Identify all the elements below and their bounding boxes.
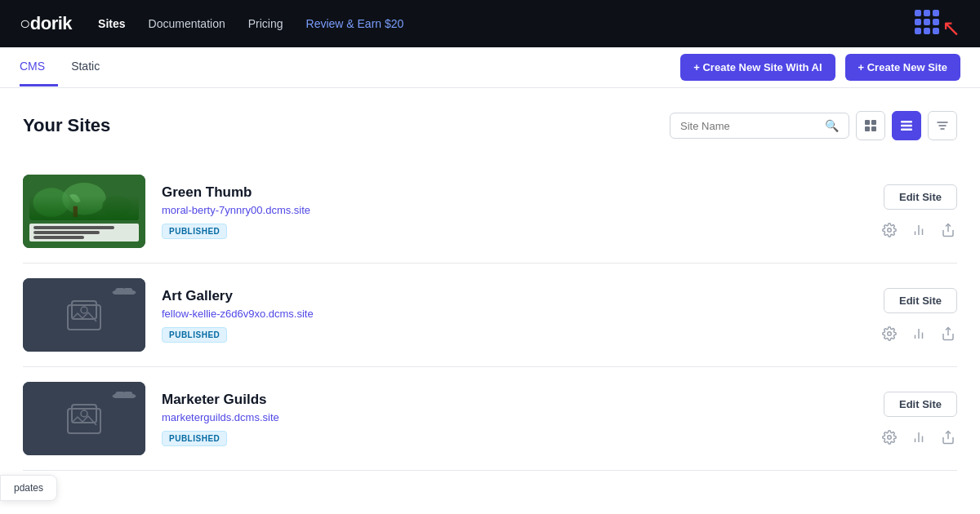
nav-links: Sites Documentation Pricing Review & Ear… bbox=[98, 17, 886, 30]
dot-8 bbox=[924, 28, 930, 34]
svg-rect-11 bbox=[74, 206, 78, 217]
nav-right: ↖ bbox=[912, 7, 960, 40]
edit-site-button[interactable]: Edit Site bbox=[884, 184, 957, 210]
search-and-controls: 🔍 bbox=[670, 111, 957, 140]
edit-site-button[interactable]: Edit Site bbox=[884, 392, 957, 417]
svg-point-10 bbox=[102, 195, 131, 217]
grid-icon-button[interactable] bbox=[912, 7, 942, 37]
nav-pricing[interactable]: Pricing bbox=[248, 17, 283, 30]
site-actions-art-gallery: Edit Site bbox=[880, 288, 957, 343]
cloud-icon-art bbox=[111, 288, 137, 295]
grid-view-icon bbox=[864, 119, 877, 132]
page-title: Your Sites bbox=[23, 115, 110, 136]
site-thumbnail-green-thumb bbox=[23, 175, 145, 248]
status-badge: PUBLISHED bbox=[162, 224, 227, 239]
share-icon[interactable] bbox=[939, 221, 957, 239]
navbar: ○dorik Sites Documentation Pricing Revie… bbox=[0, 0, 980, 47]
site-thumbnail-marketer-guilds bbox=[23, 382, 145, 455]
svg-rect-2 bbox=[865, 126, 870, 131]
grid-dots bbox=[915, 10, 939, 34]
site-url[interactable]: fellow-kellie-z6d6v9xo.dcms.site bbox=[162, 308, 864, 320]
table-row: Art Gallery fellow-kellie-z6d6v9xo.dcms.… bbox=[23, 264, 957, 367]
site-url[interactable]: moral-berty-7ynnry00.dcms.site bbox=[162, 204, 864, 216]
site-info-marketer-guilds: Marketer Guilds marketerguilds.dcms.site… bbox=[162, 392, 864, 446]
green-thumb-svg bbox=[29, 181, 139, 220]
share-icon[interactable] bbox=[939, 325, 957, 343]
grid-view-button[interactable] bbox=[856, 111, 885, 140]
tabs-bar: CMS Static + Create New Site With AI + C… bbox=[0, 47, 980, 88]
thumb-line-1 bbox=[33, 226, 114, 229]
site-icon-row bbox=[880, 221, 957, 239]
analytics-icon[interactable] bbox=[910, 325, 928, 343]
svg-point-23 bbox=[888, 331, 892, 335]
site-actions-green-thumb: Edit Site bbox=[880, 184, 957, 239]
nav-review-earn[interactable]: Review & Earn $20 bbox=[306, 17, 404, 30]
search-box[interactable]: 🔍 bbox=[670, 113, 849, 139]
main-content: Your Sites 🔍 bbox=[0, 88, 980, 514]
settings-icon[interactable] bbox=[880, 325, 898, 343]
thumb-line-3 bbox=[33, 236, 84, 239]
svg-rect-6 bbox=[901, 129, 912, 131]
svg-point-34 bbox=[888, 435, 892, 439]
thumb-dark-art bbox=[23, 278, 145, 352]
svg-point-9 bbox=[62, 183, 106, 215]
site-name: Green Thumb bbox=[162, 184, 864, 201]
svg-point-33 bbox=[81, 410, 87, 417]
svg-point-8 bbox=[33, 188, 69, 217]
red-arrow-indicator: ↖ bbox=[942, 17, 960, 40]
settings-icon[interactable] bbox=[880, 221, 898, 239]
search-icon: 🔍 bbox=[825, 119, 839, 132]
thumb-dark-marketer bbox=[23, 382, 145, 455]
create-new-site-button[interactable]: + Create New Site bbox=[845, 54, 960, 81]
updates-label: pdates bbox=[14, 482, 43, 494]
site-thumbnail-art-gallery bbox=[23, 278, 145, 352]
logo[interactable]: ○dorik bbox=[20, 13, 72, 34]
analytics-icon[interactable] bbox=[910, 428, 928, 446]
site-url[interactable]: marketerguilds.dcms.site bbox=[162, 411, 864, 423]
cloud-icon-marketer bbox=[111, 392, 137, 398]
dot-5 bbox=[924, 19, 930, 25]
svg-rect-0 bbox=[865, 120, 870, 125]
site-icon-row bbox=[880, 325, 957, 343]
svg-rect-5 bbox=[901, 125, 912, 127]
image-placeholder-icon-art bbox=[64, 299, 105, 331]
grid-icon-area: ↖ bbox=[912, 7, 960, 40]
table-row: Marketer Guilds marketerguilds.dcms.site… bbox=[23, 367, 957, 471]
dot-6 bbox=[933, 19, 939, 25]
svg-rect-4 bbox=[901, 121, 912, 123]
list-view-icon bbox=[900, 119, 913, 132]
site-name: Marketer Guilds bbox=[162, 392, 864, 408]
sort-button[interactable] bbox=[928, 111, 957, 140]
site-info-art-gallery: Art Gallery fellow-kellie-z6d6v9xo.dcms.… bbox=[162, 288, 864, 343]
site-icon-row bbox=[880, 428, 957, 446]
dot-2 bbox=[924, 10, 930, 16]
tabs-actions: + Create New Site With AI + Create New S… bbox=[680, 54, 960, 81]
your-sites-header: Your Sites 🔍 bbox=[23, 111, 957, 140]
thumb-line-2 bbox=[33, 231, 100, 234]
share-icon[interactable] bbox=[939, 428, 957, 446]
table-row: Green Thumb moral-berty-7ynnry00.dcms.si… bbox=[23, 160, 957, 264]
updates-bubble[interactable]: pdates bbox=[0, 475, 57, 501]
svg-point-12 bbox=[888, 228, 892, 232]
sort-icon bbox=[936, 119, 949, 132]
thumb-text-block bbox=[29, 224, 139, 241]
thumb-green bbox=[23, 175, 145, 248]
analytics-icon[interactable] bbox=[910, 221, 928, 239]
svg-rect-1 bbox=[871, 120, 876, 125]
settings-icon[interactable] bbox=[880, 428, 898, 446]
site-list: Green Thumb moral-berty-7ynnry00.dcms.si… bbox=[23, 160, 957, 471]
edit-site-button[interactable]: Edit Site bbox=[884, 288, 957, 313]
tab-cms[interactable]: CMS bbox=[20, 48, 58, 86]
nav-sites[interactable]: Sites bbox=[98, 17, 125, 30]
svg-rect-3 bbox=[871, 126, 876, 131]
create-new-site-ai-button[interactable]: + Create New Site With AI bbox=[680, 54, 835, 81]
search-input[interactable] bbox=[680, 120, 818, 132]
site-info-green-thumb: Green Thumb moral-berty-7ynnry00.dcms.si… bbox=[162, 184, 864, 239]
site-name: Art Gallery bbox=[162, 288, 864, 304]
tab-static[interactable]: Static bbox=[58, 48, 113, 86]
list-view-button[interactable] bbox=[892, 111, 921, 140]
thumb-green-image bbox=[29, 181, 139, 220]
dot-7 bbox=[915, 28, 921, 34]
dot-9 bbox=[933, 28, 939, 34]
nav-documentation[interactable]: Documentation bbox=[149, 17, 225, 30]
